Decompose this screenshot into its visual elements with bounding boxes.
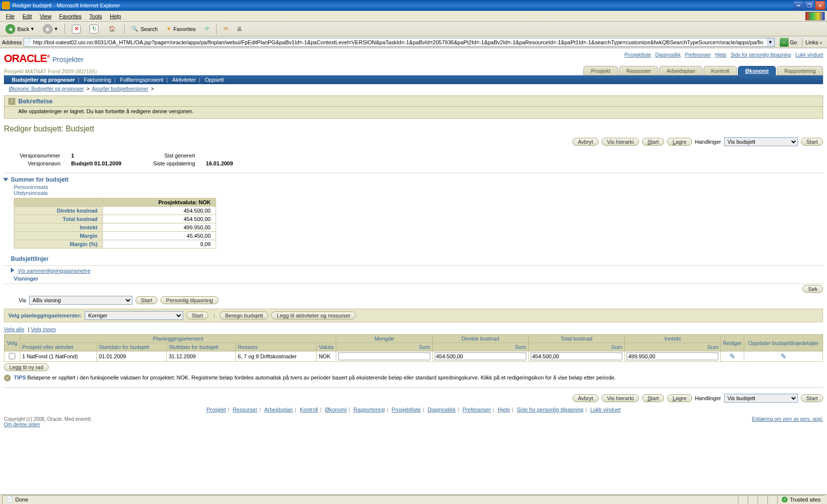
menu-favorites[interactable]: Favorites [55,12,85,20]
f-hjelp[interactable]: Hjelp [498,407,510,412]
f-okonomi[interactable]: Økonomi [325,407,347,412]
input-inntekt[interactable] [627,352,718,360]
avbryt-button[interactable]: Avbryt [573,138,599,146]
f-prosjekt[interactable]: Prosjekt [206,407,226,412]
lagre-button-2[interactable]: Lagre [667,394,692,402]
beregn-budsjett-button[interactable]: Beregn budsjett [220,312,268,319]
legg-til-ny-rad-button[interactable]: Legg til ny rad [4,363,49,371]
print-button[interactable]: 🖶 [233,24,246,34]
browser-toolbar: ◄ Back ▾ ► ▾ ✕ ↻ 🏠 🔍 Search ★ Favorites … [0,22,827,36]
menu-file[interactable]: File [2,12,19,20]
col-slutt[interactable]: Sluttdato for budsjett [166,343,235,351]
row-checkbox[interactable] [9,353,15,359]
lagre-button[interactable]: Lagre [667,138,692,146]
menu-edit[interactable]: Edit [19,12,36,20]
tab-rapportering[interactable]: Rapportering [777,66,823,75]
about-link[interactable]: Om denne siden [4,422,40,427]
col-inntekt-sum[interactable]: Sum [625,343,721,351]
input-total[interactable] [531,352,622,360]
breadcrumb-2[interactable]: Ajourfør budsjettversjoner [92,86,149,92]
avbryt-button-2[interactable]: Avbryt [573,394,599,402]
handlinger-select[interactable]: Vis budsjett [724,137,798,146]
version-info: Versjonsnummer1 Sist generert Versjonsna… [4,148,823,171]
subnav-budsjetter[interactable]: Budsjetter og prognoser [9,77,78,83]
edit-icon[interactable]: ✎ [730,352,735,360]
velg-plan-select[interactable]: Korriger [85,311,183,320]
input-direkte[interactable] [435,352,526,360]
col-direkte-sum[interactable]: Sum [432,343,528,351]
velg-alle-link[interactable]: Velg alle [4,326,25,332]
f-diagnostikk[interactable]: Diagnostikk [428,407,456,412]
breadcrumb-1[interactable]: Økonomi: Budsjetter og prognoser [9,86,84,92]
links-label[interactable]: Links » [802,38,825,46]
vis-select[interactable]: ABs visning [29,296,132,305]
subnav-aktiviteter[interactable]: Aktiviteter [169,77,199,83]
summary-heading[interactable]: Summer for budsjett [4,173,823,184]
velg-ingen-link[interactable]: Velg ingen [31,326,56,332]
compare-link[interactable]: Vis sammenligningsparametre [18,268,91,274]
f-preferanser[interactable]: Preferanser [463,407,491,412]
start-button-2[interactable]: Start [642,394,664,402]
f-rapportering[interactable]: Rapportering [353,407,385,412]
handlinger-select-2[interactable]: Vis budsjett [724,394,798,403]
start-action-button-2[interactable]: Start [801,394,823,402]
update-details-icon[interactable]: ✎ [781,352,787,360]
link-prosjektliste[interactable]: Prosjektliste [624,52,651,58]
minimize-button[interactable]: ━ [794,1,803,10]
subnav-fakturering[interactable]: Fakturering [81,77,114,83]
address-input[interactable] [24,38,774,47]
back-button[interactable]: ◄ Back ▾ [2,22,37,36]
link-hjelp[interactable]: Hjelp [715,52,727,58]
legg-aktiviteter-button[interactable]: Legg til aktiviteter og ressurser [271,312,356,319]
mail-button[interactable]: ✉ [220,24,231,34]
f-arbeidsplan[interactable]: Arbeidsplan [264,407,293,412]
vis-hierarki-button-2[interactable]: Vis hierarki [602,394,639,402]
link-diagnostikk[interactable]: Diagnostikk [655,52,681,58]
tab-arbeidsplan[interactable]: Arbeidsplan [659,66,702,75]
f-kontroll[interactable]: Kontroll [300,407,318,412]
home-button[interactable]: 🏠 [104,22,121,36]
maximize-button[interactable]: ❐ [804,1,814,10]
col-mengde-sum[interactable]: Sum [336,343,432,351]
forward-button[interactable]: ► ▾ [39,22,61,36]
menu-tools[interactable]: Tools [86,12,106,20]
search-button[interactable]: 🔍 Search [128,24,161,34]
menu-view[interactable]: View [36,12,56,20]
link-preferanser[interactable]: Preferanser [685,52,711,58]
menu-help[interactable]: Help [106,12,125,20]
subnav-oppsett[interactable]: Oppsett [202,77,227,83]
stop-button[interactable]: ✕ [68,23,84,35]
velg-start-button[interactable]: Start [186,312,208,319]
start-action-button[interactable]: Start [801,138,823,146]
history-button[interactable]: ⟳ [201,24,213,34]
col-start[interactable]: Startdato for budsjett [96,343,166,351]
refresh-button[interactable]: ↻ [86,23,102,35]
f-ressurser[interactable]: Ressurser [233,407,257,412]
f-prosjektliste[interactable]: Prosjektliste [392,407,421,412]
tab-kontroll[interactable]: Kontroll [703,66,736,75]
link-personlig-tilpasning[interactable]: Side for personlig tilpasning [731,52,791,58]
favorites-button[interactable]: ★ Favorites [163,24,199,34]
vis-hierarki-button[interactable]: Vis hierarki [602,138,639,146]
f-lukk[interactable]: Lukk vinduet [590,407,621,412]
link-lukk-vinduet[interactable]: Lukk vinduet [795,52,823,58]
close-button[interactable]: ✕ [815,1,825,10]
start-button[interactable]: Start [642,138,664,146]
subnav-fullforing[interactable]: Fullføringsprosent [117,77,166,83]
sok-button[interactable]: Søk [802,285,823,293]
expand-icon[interactable] [11,268,14,273]
address-dropdown-icon[interactable]: ▾ [766,38,774,46]
col-ressurs[interactable]: Ressurs [235,343,316,351]
vis-start-button[interactable]: Start [135,296,158,304]
input-mengde[interactable] [338,352,430,360]
privacy-link[interactable]: Erklæring om vern av pers. oppl. [752,416,823,427]
col-prosjekt[interactable]: Prosjekt eller aktivitet [20,343,97,351]
f-personlig[interactable]: Side for personlig tilpasning [517,407,583,412]
go-button[interactable]: → Go [777,37,800,48]
tab-okonomi[interactable]: Økonomi [738,66,776,75]
col-valuta[interactable]: Valuta [317,343,336,351]
col-total-sum[interactable]: Sum [528,343,624,351]
tab-ressurser[interactable]: Ressurser [619,66,658,75]
tab-prosjekt[interactable]: Prosjekt [583,66,618,75]
personlig-tilpasning-button[interactable]: Personlig tilpasning [160,296,218,304]
